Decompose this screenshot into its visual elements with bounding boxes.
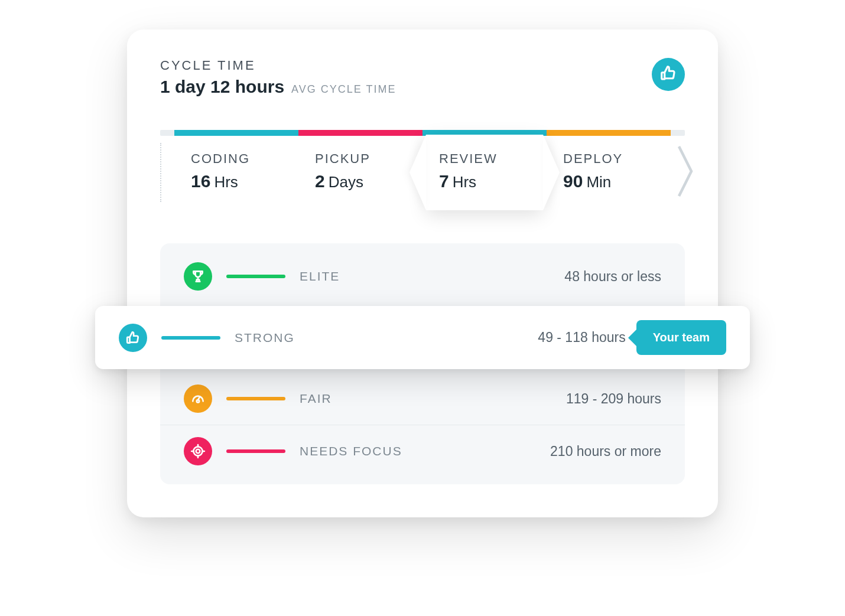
benchmark-row-elite[interactable]: ELITE 48 hours or less <box>160 250 685 302</box>
benchmark-label: NEEDS FOCUS <box>300 444 402 458</box>
stage-deploy[interactable]: DEPLOY 90 Min <box>547 143 671 202</box>
stage-pickup[interactable]: PICKUP 2 Days <box>298 143 422 202</box>
benchmark-label: FAIR <box>300 392 332 406</box>
svg-point-1 <box>193 446 202 455</box>
benchmark-range: 48 hours or less <box>564 269 661 285</box>
row-trail <box>671 143 685 202</box>
bar-seg-deploy <box>547 130 671 136</box>
stage-label: PICKUP <box>315 151 418 167</box>
gauge-icon <box>184 384 212 413</box>
thumbs-up-icon <box>659 64 677 84</box>
benchmark-line <box>226 449 285 453</box>
header-title: CYCLE TIME <box>160 58 396 73</box>
card-header: CYCLE TIME 1 day 12 hours AVG CYCLE TIME <box>160 58 685 97</box>
your-team-badge: Your team <box>636 320 726 355</box>
benchmark-label: ELITE <box>300 269 340 283</box>
benchmark-row-fair[interactable]: FAIR 119 - 209 hours <box>160 373 685 425</box>
benchmark-line <box>226 275 285 278</box>
bar-trail <box>671 130 685 136</box>
chevron-right-icon <box>675 145 697 200</box>
bar-lead <box>160 130 174 136</box>
your-team-label: Your team <box>653 331 710 344</box>
benchmark-row-needs-focus[interactable]: NEEDS FOCUS 210 hours or more <box>160 425 685 477</box>
benchmark-line <box>161 336 220 340</box>
target-icon <box>184 437 212 465</box>
benchmark-row-strong[interactable]: STRONG 49 - 118 hours Your team <box>95 306 750 369</box>
stages-section: CODING 16 Hrs PICKUP 2 Days REVIEW 7 Hrs <box>160 130 685 202</box>
header-subtitle: 1 day 12 hours AVG CYCLE TIME <box>160 77 396 97</box>
avg-cycle-label: AVG CYCLE TIME <box>291 83 396 96</box>
stage-unit: Min <box>586 173 611 191</box>
bar-seg-pickup <box>298 130 422 136</box>
benchmark-panel: ELITE 48 hours or less STRONG 49 - 118 h… <box>160 243 685 484</box>
stage-value: 90 <box>563 171 583 191</box>
stage-review[interactable]: REVIEW 7 Hrs <box>422 143 547 202</box>
stage-unit: Hrs <box>453 173 476 191</box>
stage-label: CODING <box>191 151 294 167</box>
header-text: CYCLE TIME 1 day 12 hours AVG CYCLE TIME <box>160 58 396 97</box>
stage-value: 7 <box>439 171 449 191</box>
avg-cycle-value: 1 day 12 hours <box>160 77 284 97</box>
stage-label: DEPLOY <box>563 151 666 167</box>
stage-value: 16 <box>191 171 210 191</box>
stage-row: CODING 16 Hrs PICKUP 2 Days REVIEW 7 Hrs <box>160 143 685 202</box>
trophy-icon <box>184 262 212 291</box>
stage-value: 2 <box>315 171 325 191</box>
stage-coding[interactable]: CODING 16 Hrs <box>174 143 298 202</box>
bar-seg-coding <box>174 130 298 136</box>
svg-point-2 <box>196 449 200 454</box>
benchmark-line <box>226 397 285 400</box>
row-lead-dotted <box>160 143 174 202</box>
thumbs-up-badge <box>652 58 685 91</box>
stage-unit: Days <box>329 173 363 191</box>
cycle-time-card: CYCLE TIME 1 day 12 hours AVG CYCLE TIME… <box>127 30 718 517</box>
benchmark-range: 210 hours or more <box>550 444 661 459</box>
stage-label: REVIEW <box>439 151 542 167</box>
benchmark-range: 49 - 118 hours <box>538 330 625 346</box>
benchmark-range: 119 - 209 hours <box>566 391 661 407</box>
stage-unit: Hrs <box>214 173 238 191</box>
benchmark-label: STRONG <box>235 331 295 345</box>
thumbs-up-icon <box>119 324 147 352</box>
